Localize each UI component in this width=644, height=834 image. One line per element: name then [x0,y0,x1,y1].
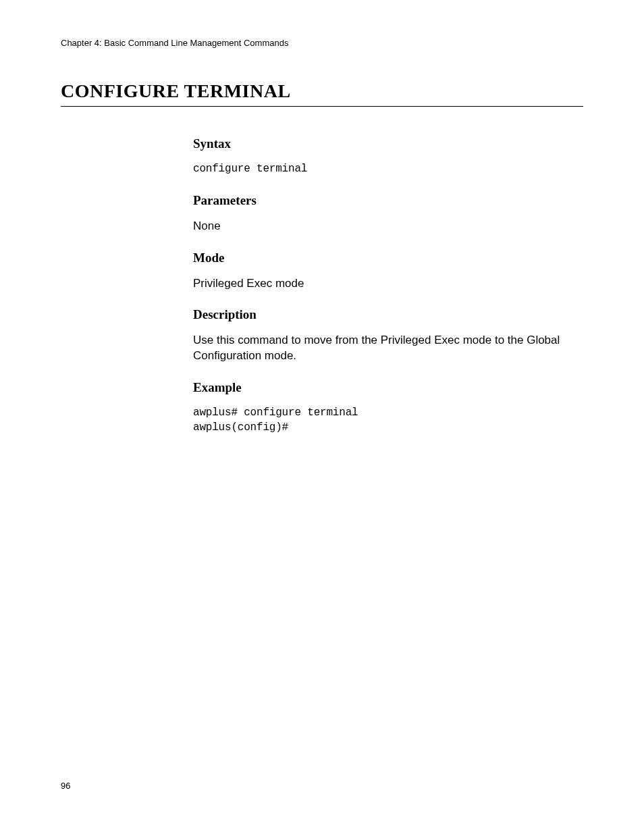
section-syntax: Syntax configure terminal [193,136,571,177]
section-mode: Mode Privileged Exec mode [193,251,571,292]
content-area: Syntax configure terminal Parameters Non… [193,136,571,436]
heading-syntax: Syntax [193,136,571,151]
page-number: 96 [61,781,70,791]
heading-description: Description [193,307,571,322]
section-example: Example awplus# configure terminal awplu… [193,380,571,435]
description-text: Use this command to move from the Privil… [193,333,571,364]
running-header: Chapter 4: Basic Command Line Management… [61,38,583,48]
heading-example: Example [193,380,571,395]
document-page: Chapter 4: Basic Command Line Management… [0,0,644,436]
section-description: Description Use this command to move fro… [193,307,571,364]
page-title: CONFIGURE TERMINAL [61,80,583,107]
syntax-code: configure terminal [193,162,571,177]
heading-mode: Mode [193,251,571,265]
example-code: awplus# configure terminal awplus(config… [193,406,571,435]
heading-parameters: Parameters [193,193,571,208]
section-parameters: Parameters None [193,193,571,234]
mode-text: Privileged Exec mode [193,276,571,292]
parameters-text: None [193,219,571,234]
